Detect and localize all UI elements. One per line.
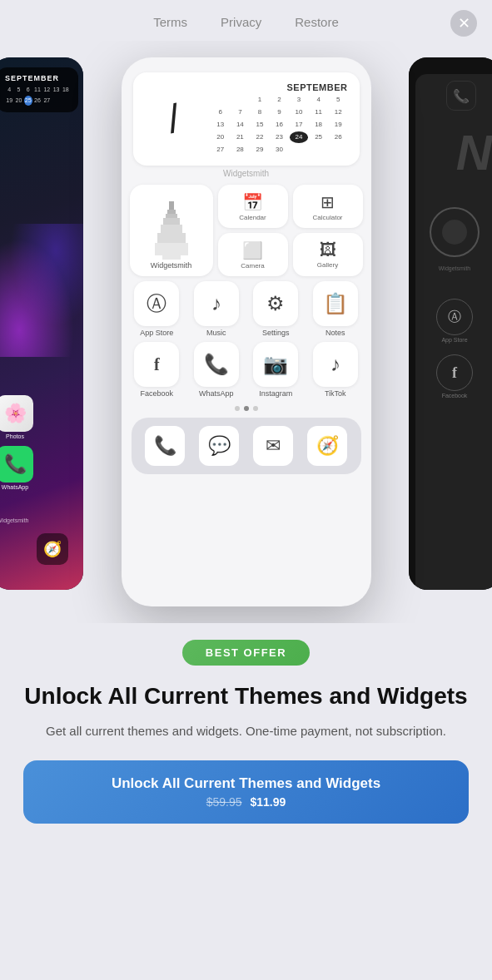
svg-rect-5 <box>157 233 186 243</box>
center-month-label: SEPTEMBER <box>211 82 348 92</box>
neon-bg <box>0 224 83 357</box>
svg-rect-0 <box>169 201 174 210</box>
appstore-row-icon: Ⓐ <box>134 281 179 326</box>
bottom-section: BEST OFFER Unlock All Current Themes and… <box>0 623 492 857</box>
music-row-item: ♪ Music <box>189 281 244 337</box>
center-dock: 📞 💬 ✉ 🧭 <box>132 418 361 474</box>
music-label: Music <box>206 329 226 337</box>
settings-row-item: ⚙ Settings <box>249 281 304 337</box>
dot-2 <box>244 406 249 411</box>
photos-icon: 🌸 <box>0 395 33 432</box>
notes-row-item: 📋 Notes <box>308 281 363 337</box>
main-title: Unlock All Current Themes and Widgets <box>24 682 467 710</box>
privacy-link[interactable]: Privacy <box>221 15 261 29</box>
instagram-row-icon: 📷 <box>253 342 298 387</box>
svg-rect-3 <box>163 218 180 225</box>
dock-messages-icon: 💬 <box>199 426 239 466</box>
page-dots <box>122 406 371 411</box>
left-calendar-widget: SEPTEMBER 456 111213 181920 252627 <box>0 67 78 112</box>
new-price: $11.99 <box>250 795 286 809</box>
dot-1 <box>235 406 240 411</box>
notes-label: Notes <box>326 329 345 337</box>
phone-right: N Widgetsmith Ⓐ App Store f Facebook 📞 <box>409 57 492 590</box>
best-offer-badge: BEST OFFER <box>182 640 310 666</box>
unlock-button-price: $59.95 $11.99 <box>206 795 286 809</box>
gallery-icon: 🖼 Gallery <box>293 233 363 276</box>
right-dock: 📞 <box>415 74 492 590</box>
calendar-icon: 📅 Calendar <box>218 185 288 228</box>
left-month-label: SEPTEMBER <box>5 74 70 82</box>
tiktok-row-icon: ♪ <box>313 342 358 387</box>
subtitle: Get all current themes and widgets. One-… <box>46 722 446 741</box>
dock-safari-icon: 🧭 <box>307 426 347 466</box>
left-widgetsmith-label: Widgetsmith <box>0 517 29 523</box>
widgetsmith-center-label: Widgetsmith <box>122 169 371 178</box>
appstore-row-item: Ⓐ App Store <box>130 281 185 337</box>
top-nav: Terms Privacy Restore ✕ <box>0 0 492 41</box>
dock-phone-icon: 📞 <box>145 426 185 466</box>
instagram-label: Instagram <box>259 389 292 398</box>
app-row-2: Ⓐ App Store ♪ Music ⚙ Settings 📋 Notes <box>130 281 363 337</box>
center-calendar-widget: / SEPTEMBER 12345 6789101112 13141516171… <box>133 72 360 166</box>
restore-link[interactable]: Restore <box>295 15 339 29</box>
svg-rect-4 <box>161 225 182 233</box>
phone-left: SEPTEMBER 456 111213 181920 252627 🌸 Pho… <box>0 57 83 590</box>
phone-carousel: SEPTEMBER 456 111213 181920 252627 🌸 Pho… <box>0 41 492 623</box>
pen-symbol: / <box>165 98 182 140</box>
mini-calendar: 12345 6789101112 13141516171819 20212223… <box>211 94 348 156</box>
right-dock-phone-icon: 📞 <box>446 81 476 111</box>
tiktok-label: TikTok <box>325 389 346 398</box>
terms-link[interactable]: Terms <box>153 15 187 29</box>
tiktok-row-item: ♪ TikTok <box>308 342 363 398</box>
app-grid-top: Widgetsmith 📅 Calendar ⊞ Calculator ⬜ Ca… <box>130 185 363 276</box>
dot-3 <box>253 406 258 411</box>
left-apps: 🌸 Photos 📞 WhatsApp <box>0 395 33 490</box>
calculator-icon: ⊞ Calculator <box>293 185 363 228</box>
small-app-grid: 📅 Calendar ⊞ Calculator ⬜ Camera 🖼 Galle… <box>218 185 363 276</box>
unlock-button[interactable]: Unlock All Current Themes and Widgets $5… <box>23 760 469 824</box>
facebook-row-item: f Facebook <box>130 342 185 398</box>
svg-rect-1 <box>167 210 176 214</box>
app-row-3: f Facebook 📞 WhatsApp 📷 Instagram ♪ TikT… <box>130 342 363 398</box>
facebook-row-icon: f <box>134 342 179 387</box>
widgetsmith-big-icon: Widgetsmith <box>130 185 213 276</box>
instagram-row-item: 📷 Instagram <box>249 342 304 398</box>
phone-center: / SEPTEMBER 12345 6789101112 13141516171… <box>122 57 371 606</box>
whatsapp-label: WhatsApp <box>199 389 234 398</box>
camera-icon: ⬜ Camera <box>218 233 288 276</box>
widgetsmith-label-icon: Widgetsmith <box>151 261 192 270</box>
settings-label: Settings <box>262 329 290 337</box>
settings-row-icon: ⚙ <box>253 281 298 326</box>
music-row-icon: ♪ <box>194 281 239 326</box>
dock-mail-icon: ✉ <box>253 426 293 466</box>
whatsapp-icon: 📞 <box>0 446 33 483</box>
svg-rect-7 <box>162 253 181 260</box>
notes-row-icon: 📋 <box>313 281 358 326</box>
compass-icon: 🧭 <box>37 533 68 565</box>
unlock-button-label: Unlock All Current Themes and Widgets <box>112 775 380 792</box>
whatsapp-row-icon: 📞 <box>194 342 239 387</box>
close-button[interactable]: ✕ <box>450 10 477 37</box>
old-price: $59.95 <box>206 795 242 809</box>
appstore-label: App Store <box>140 329 173 337</box>
whatsapp-row-item: 📞 WhatsApp <box>189 342 244 398</box>
svg-rect-2 <box>166 214 177 218</box>
facebook-label: Facebook <box>140 389 173 398</box>
